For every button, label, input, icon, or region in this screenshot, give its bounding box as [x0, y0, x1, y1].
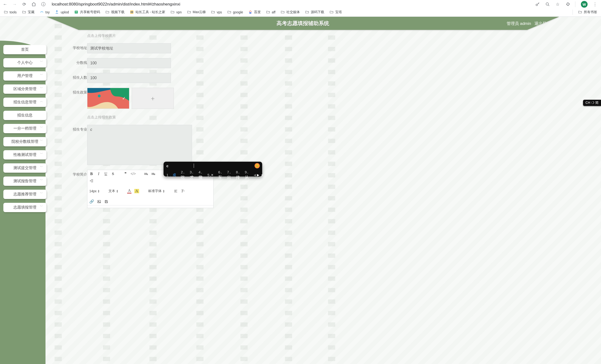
chevron-down-icon: ﹀ [40, 59, 43, 64]
link-icon[interactable]: 🔗 [89, 199, 94, 204]
ime-cand-4[interactable]: 4.撤 [199, 170, 202, 180]
bookmark-tools[interactable]: tools [4, 10, 17, 14]
bookmark-max[interactable]: Max云梯 [187, 10, 206, 14]
svg-rect-36 [106, 201, 107, 203]
image-icon[interactable] [97, 200, 101, 203]
upload-school-hint[interactable]: 点击上传学校图片 [87, 33, 587, 38]
site-info-icon[interactable]: ⓘ [41, 1, 46, 7]
clear-format-icon[interactable]: T× [181, 189, 185, 193]
ime-input: c [166, 164, 168, 168]
zoom-icon[interactable] [545, 2, 550, 7]
bookmark-vps[interactable]: vps [211, 10, 222, 14]
bookmark-aff[interactable]: aff [266, 10, 275, 14]
sidebar-item-area[interactable]: 区域分类管理﹀ [3, 85, 46, 94]
sidebar-item-scoreline[interactable]: 院校分数线管理﹀ [3, 137, 46, 146]
indent-icon[interactable] [89, 179, 94, 183]
ime-cand-1[interactable]: 1.成 [166, 173, 176, 177]
address-input[interactable] [87, 43, 171, 53]
star-icon[interactable]: ☆ [555, 2, 560, 7]
score-input[interactable] [87, 58, 171, 68]
bookmark-baozang[interactable]: 宝藏 [22, 10, 34, 14]
ime-cand-8[interactable]: 8.传 [236, 170, 240, 180]
ime-cand-9[interactable]: 9.从 [245, 170, 249, 180]
all-bookmarks[interactable]: 所有书签 [578, 10, 597, 14]
strike-icon[interactable]: S [111, 172, 115, 176]
ime-emoji-icon[interactable]: 😊 [255, 163, 260, 168]
back-icon[interactable]: ← [2, 2, 8, 7]
kebab-icon[interactable]: ⋮ [592, 2, 598, 7]
bookmark-baidu[interactable]: 百度 [248, 10, 261, 14]
reload-icon[interactable]: ⟳ [21, 2, 27, 7]
logout-link[interactable]: 退出登录 [534, 20, 551, 26]
add-policy-button[interactable]: ＋ [132, 88, 174, 109]
sidebar-item-zhaosheng[interactable]: 招生信息 [3, 111, 46, 120]
h1-icon[interactable]: H₁ [144, 172, 149, 176]
sidebar-item-yifen[interactable]: 一分一档管理﹀ [3, 124, 46, 133]
h2-icon[interactable]: H₂ [151, 172, 156, 176]
chevron-down-icon: ﹀ [40, 204, 43, 209]
bookmark-zhanzhang[interactable]: 站长工具 - 站长之家 [130, 10, 165, 14]
header-banner: 高考志愿填报辅助系统 管理员 admin 退出登录 [36, 17, 570, 30]
sidebar-item-users[interactable]: 用户管理﹀ [3, 71, 46, 81]
font-color-icon[interactable]: A [127, 189, 131, 193]
major-textarea[interactable]: c [87, 125, 192, 165]
bold-icon[interactable]: B [89, 172, 94, 176]
bookmark-google[interactable]: google [227, 10, 243, 14]
svg-point-0 [536, 4, 538, 6]
code-icon[interactable]: </> [130, 172, 136, 176]
ime-toggle-icon[interactable]: ≡ [261, 173, 263, 177]
align-icon[interactable] [174, 189, 178, 193]
save-icon[interactable] [104, 200, 109, 203]
bookmark-source[interactable]: 源码下载 [305, 10, 324, 14]
quote-icon[interactable]: ❞ [123, 172, 128, 176]
profile-avatar[interactable]: W [581, 1, 588, 8]
text-type-select[interactable]: 文本▴▾ [109, 189, 118, 193]
sidebar-item-zhaosheng-mgr[interactable]: 招生信息管理︿ [3, 97, 46, 107]
toolbar: ← → ⟳ ⓘ localhost:8080/springboot9022n/a… [0, 0, 601, 8]
upload-policy-hint[interactable]: 点击上传招生政策 [87, 115, 587, 120]
ime-prev-icon: ◀ [254, 173, 256, 177]
ime-indicator[interactable]: CH ❍ 简 [583, 100, 601, 106]
italic-icon[interactable]: I [97, 172, 101, 176]
url-bar[interactable]: localhost:8080/springboot9022n/admin/dis… [50, 2, 531, 7]
ime-panel[interactable]: c 😊 1.成 2.吃 3.才 4.撤 5.× 6.车 7.出 8.传 9.从 … [163, 162, 262, 176]
ime-cand-3[interactable]: 3.才 [190, 170, 194, 180]
url-text: localhost:8080/springboot9022n/admin/dis… [52, 2, 180, 7]
bookmark-txy[interactable]: txy [40, 10, 50, 14]
bookmark-uplod[interactable]: uplod [55, 10, 69, 14]
ime-cand-5[interactable]: 5.× [207, 173, 213, 177]
ime-cand-6[interactable]: 6.车 [218, 170, 222, 180]
browser-chrome: ← → ⟳ ⓘ localhost:8080/springboot9022n/a… [0, 0, 601, 17]
chevron-down-icon: ﹀ [40, 86, 43, 90]
svg-line-2 [548, 5, 549, 6]
font-size-select[interactable]: 14px▴▾ [89, 189, 99, 193]
bookmark-vpn[interactable]: vpn [170, 10, 182, 14]
chevron-down-icon: ﹀ [40, 178, 43, 182]
bookmark-social[interactable]: 社交媒体 [281, 10, 300, 14]
sidebar-item-profile[interactable]: 个人中心﹀ [3, 58, 46, 67]
sidebar-item-recommend[interactable]: 志愿推荐管理﹀ [3, 190, 46, 199]
sidebar-item-personality[interactable]: 性格测试管理﹀ [3, 150, 46, 160]
key-icon[interactable] [535, 2, 540, 7]
svg-rect-6 [130, 10, 133, 14]
extensions-icon[interactable] [565, 2, 570, 7]
sidebar-item-testreport[interactable]: 测试报告管理﹀ [3, 176, 46, 186]
svg-rect-8 [132, 11, 133, 13]
svg-rect-4 [75, 11, 77, 12]
ime-cand-7[interactable]: 7.出 [227, 170, 231, 180]
font-family-select[interactable]: 标准字体▴▾ [148, 189, 164, 193]
bg-color-icon[interactable]: A [134, 189, 139, 193]
sidebar-item-home[interactable]: 首页 [3, 45, 46, 54]
sidebar-item-apply[interactable]: 志愿填报管理﹀ [3, 203, 46, 212]
bookmark-share[interactable]: 共享账号密码 [74, 10, 100, 14]
underline-icon[interactable]: U [104, 172, 108, 176]
ime-cand-2[interactable]: 2.吃 [181, 170, 185, 180]
ime-next-icon[interactable]: ▶ [257, 173, 259, 177]
bookmark-baota[interactable]: 宝塔 [330, 10, 342, 14]
home-icon[interactable] [31, 2, 36, 7]
sidebar-item-testsubmit[interactable]: 测试提交管理﹀ [3, 163, 46, 173]
label-policy: 招生政策 [72, 88, 87, 95]
bookmark-video[interactable]: 视频下载 [105, 10, 124, 14]
policy-image[interactable]: ✓ [87, 88, 129, 109]
enroll-input[interactable] [87, 73, 171, 83]
